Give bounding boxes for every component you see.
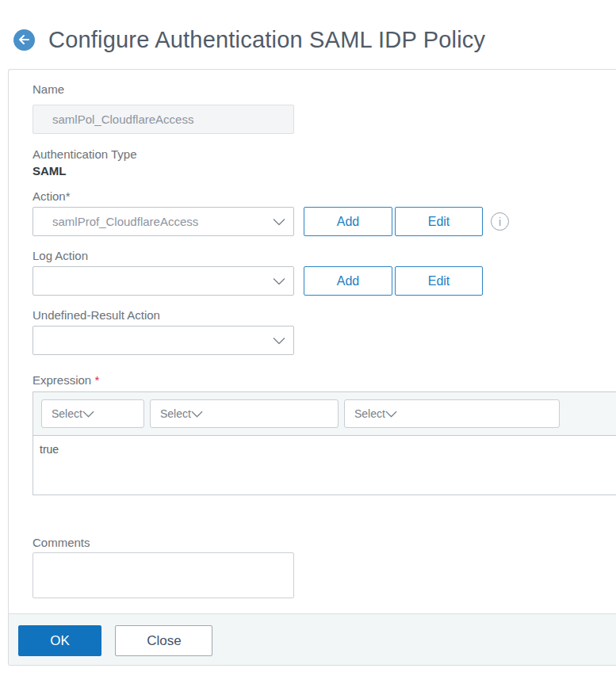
expression-input[interactable]: true	[33, 436, 616, 495]
expression-select-3-placeholder: Select	[354, 407, 385, 420]
page-title: Configure Authentication SAML IDP Policy	[48, 27, 485, 53]
form-panel: Name Authentication Type SAML Action* sa…	[8, 69, 616, 666]
undefined-result-action-select[interactable]	[33, 326, 294, 355]
authentication-type-value: SAML	[33, 164, 616, 178]
close-button[interactable]: Close	[115, 625, 212, 656]
undefined-result-action-label: Undefined-Result Action	[33, 308, 616, 323]
undefined-result-action-row	[33, 326, 616, 355]
action-select[interactable]: samlProf_CloudflareAccess	[33, 207, 294, 236]
action-select-value: samlProf_CloudflareAccess	[52, 215, 198, 228]
log-action-select[interactable]	[33, 266, 294, 296]
form-footer: OK Close	[9, 613, 616, 665]
name-label: Name	[33, 82, 616, 97]
page-header: Configure Authentication SAML IDP Policy	[0, 0, 616, 59]
chevron-down-icon	[273, 218, 285, 225]
expression-label: Expression *	[33, 373, 616, 388]
chevron-down-icon	[191, 407, 203, 420]
authentication-type-label: Authentication Type	[33, 147, 616, 162]
expression-select-2[interactable]: Select	[150, 399, 339, 428]
back-button[interactable]	[13, 29, 35, 51]
expression-label-text: Expression	[33, 373, 91, 387]
action-add-button[interactable]: Add	[304, 207, 392, 236]
required-asterisk: *	[94, 373, 99, 387]
name-input[interactable]	[33, 105, 294, 134]
info-icon[interactable]: i	[491, 212, 509, 231]
expression-select-1-placeholder: Select	[52, 407, 82, 420]
expression-toolbar: Select Select Select	[33, 392, 616, 436]
chevron-down-icon	[385, 407, 397, 420]
comments-input[interactable]	[33, 552, 294, 598]
arrow-left-icon	[18, 35, 30, 44]
log-action-label: Log Action	[33, 249, 616, 263]
expression-select-2-placeholder: Select	[160, 407, 191, 420]
expression-select-1[interactable]: Select	[41, 399, 144, 428]
comments-label: Comments	[33, 536, 616, 550]
expression-select-3[interactable]: Select	[344, 399, 560, 428]
action-label: Action*	[33, 189, 616, 204]
ok-button[interactable]: OK	[18, 625, 101, 656]
chevron-down-icon	[273, 337, 285, 344]
log-action-add-button[interactable]: Add	[304, 266, 392, 296]
action-edit-button[interactable]: Edit	[395, 207, 483, 236]
expression-editor: Select Select Select true	[33, 391, 616, 495]
log-action-row: Add Edit	[33, 266, 616, 296]
action-row: samlProf_CloudflareAccess Add Edit i	[33, 207, 616, 236]
chevron-down-icon	[273, 277, 285, 284]
log-action-edit-button[interactable]: Edit	[395, 266, 483, 296]
chevron-down-icon	[82, 407, 94, 420]
